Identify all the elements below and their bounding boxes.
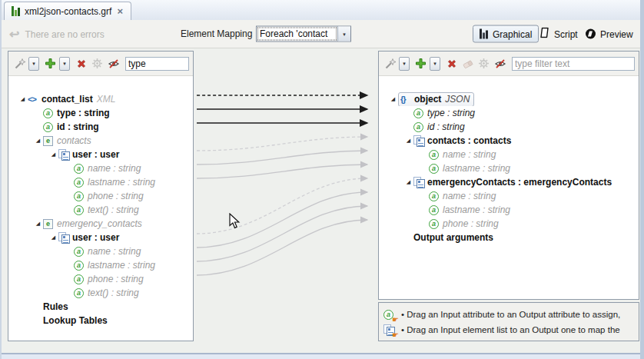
selected-node-box[interactable]: {}objectJSON	[398, 92, 474, 106]
error-status: ↩ There are no errors	[9, 27, 105, 42]
delete-mapping-button[interactable]	[394, 26, 410, 42]
mapping-line[interactable]	[197, 178, 367, 234]
tree-row[interactable]: atext() : string	[8, 203, 193, 217]
tree-row[interactable]: ◢{}objectJSON	[379, 92, 639, 106]
tree-row[interactable]: ◢user : user	[8, 148, 193, 161]
output-tree: ◢{}objectJSONatype : stringaid : string◢…	[379, 76, 639, 244]
tree-node-label: lastname : string	[88, 177, 155, 188]
tree-node-label: contact_list	[41, 94, 93, 105]
hide-eye-icon[interactable]	[493, 56, 507, 71]
tree-row[interactable]: aphone : string	[379, 217, 639, 231]
attribute-icon: a	[74, 274, 88, 284]
hide-eye-icon[interactable]	[106, 56, 121, 71]
output-filter-field[interactable]	[512, 57, 635, 71]
input-filter-field[interactable]	[125, 57, 189, 71]
tree-row[interactable]: aname : string	[379, 189, 639, 203]
tree-row[interactable]: atext() : string	[8, 286, 193, 300]
tree-node-type-suffix: XML	[97, 94, 116, 105]
tree-node-label: text() : string	[88, 288, 139, 298]
tab-close-icon[interactable]: ×	[116, 6, 124, 16]
expander-icon[interactable]: ◢	[388, 96, 398, 102]
expander-icon[interactable]: ◢	[48, 234, 58, 241]
chevron-down-icon[interactable]: ▾	[59, 57, 70, 71]
mapping-editor-window: xml2json-contacts.grf × ↩ There are no e…	[0, 0, 644, 359]
element-mapping-label: Element Mapping	[181, 28, 252, 39]
bottom-border-fill	[2, 354, 640, 359]
tab-title: xml2json-contacts.grf	[25, 6, 111, 17]
attribute-icon: a	[74, 205, 88, 215]
tree-row[interactable]: ◢eemergency_contacts	[8, 217, 193, 231]
tree-row[interactable]: alastname : string	[379, 161, 639, 175]
add-icon[interactable]	[43, 56, 58, 71]
attribute-icon: a	[429, 205, 443, 215]
edit-mapping-button[interactable]	[375, 26, 390, 42]
element-list-icon	[58, 149, 72, 160]
tree-row[interactable]: alastname : string	[8, 258, 193, 272]
tree-row[interactable]: aid : string	[8, 120, 193, 134]
hint-text: • Drag an Input element list to an Outpu…	[401, 325, 620, 334]
tab-graphical[interactable]: Graphical	[473, 25, 539, 43]
error-status-text: There are no errors	[25, 28, 104, 39]
wand-icon[interactable]	[12, 56, 27, 71]
expander-icon[interactable]: ◢	[403, 138, 413, 144]
tree-node-label: emergencyContacts : emergencyContacts	[427, 177, 612, 188]
tree-node-label: emergency_contacts	[57, 218, 142, 229]
mapping-line[interactable]	[197, 151, 367, 165]
expander-icon[interactable]: ◢	[33, 221, 43, 227]
input-panel-toolbar: ▾▾	[8, 52, 193, 76]
tree-row[interactable]: aname : string	[8, 161, 193, 175]
mapping-lines[interactable]	[197, 95, 367, 275]
tree-row[interactable]: alastname : string	[8, 175, 193, 189]
mapping-line[interactable]	[197, 206, 367, 261]
tree-row[interactable]: alastname : string	[379, 203, 639, 217]
tab-preview[interactable]: Preview	[579, 25, 639, 43]
tree-row[interactable]: aphone : string	[8, 189, 193, 203]
tree-row[interactable]: ◢emergencyContacts : emergencyContacts	[379, 175, 639, 189]
tree-row[interactable]: aid : string	[379, 120, 639, 134]
mapping-line[interactable]	[197, 192, 367, 248]
expander-icon[interactable]: ◢	[18, 96, 28, 102]
tree-row[interactable]: Lookup Tables	[8, 314, 193, 327]
chevron-down-icon[interactable]: ▾	[399, 57, 410, 71]
mapping-lines-canvas[interactable]	[194, 48, 378, 352]
mapping-line[interactable]	[197, 137, 367, 151]
tree-row[interactable]: ◢contacts : contacts	[379, 134, 639, 148]
mouse-cursor	[229, 213, 241, 230]
add-mapping-button[interactable]	[356, 26, 371, 42]
tree-row[interactable]: ◢econtacts	[8, 134, 193, 148]
tree-row[interactable]: aname : string	[379, 148, 639, 161]
add-icon[interactable]	[413, 56, 428, 71]
element-drag-icon: ☛	[383, 324, 397, 336]
element-mapping-select[interactable]: Foreach 'contact ▾	[256, 26, 351, 42]
tree-node-label: name : string	[88, 163, 141, 174]
wand-icon[interactable]	[383, 56, 397, 71]
attribute-icon: a	[429, 191, 443, 201]
tree-row[interactable]: ◢user : user	[8, 231, 193, 244]
tree-row[interactable]: atype : string	[8, 106, 193, 120]
hint-text: • Drag an Input attribute to an Output a…	[401, 310, 620, 319]
editor-tab[interactable]: xml2json-contacts.grf ×	[4, 2, 131, 20]
chevron-down-icon[interactable]: ▾	[28, 57, 39, 71]
attribute-icon: a	[74, 261, 88, 271]
json-root-icon: {}	[400, 95, 414, 104]
tree-row[interactable]: ◢<>contact_listXML	[8, 92, 193, 106]
tab-script[interactable]: Script	[533, 25, 584, 43]
tree-row[interactable]: aname : string	[8, 244, 193, 258]
tree-node-label: Lookup Tables	[43, 315, 108, 326]
tree-row[interactable]: aphone : string	[8, 272, 193, 286]
delete-icon[interactable]	[444, 56, 459, 71]
delete-icon[interactable]	[74, 56, 88, 71]
attribute-icon: a	[74, 178, 88, 188]
mapping-line[interactable]	[197, 165, 367, 178]
hint-row: ☛• Drag an Input element list to an Outp…	[383, 322, 634, 337]
expander-icon[interactable]: ◢	[403, 179, 413, 185]
tree-row[interactable]: Rules	[8, 300, 193, 314]
mapping-line[interactable]	[197, 220, 367, 275]
expander-icon[interactable]: ◢	[48, 151, 58, 158]
tree-node-label: lastname : string	[443, 204, 510, 215]
expander-icon[interactable]: ◢	[33, 138, 43, 144]
tree-row[interactable]: atype : string	[379, 106, 639, 120]
chevron-down-icon[interactable]: ▾	[337, 27, 350, 42]
chevron-down-icon[interactable]: ▾	[430, 57, 440, 71]
tree-row[interactable]: Output arguments	[379, 231, 639, 244]
